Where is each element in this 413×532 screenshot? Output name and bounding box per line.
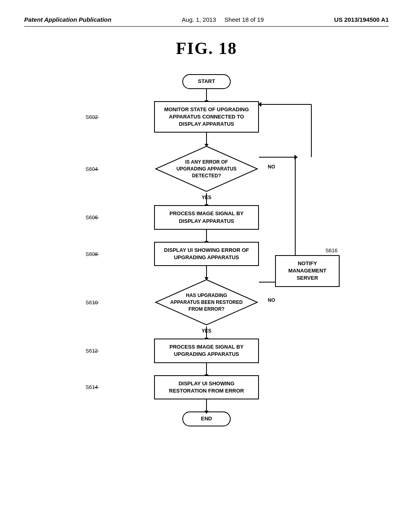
s602-text: MONITOR STATE OF UPGRADINGAPPARATUS CONN… [164, 106, 249, 127]
s612-dash: — [94, 348, 99, 354]
page: Patent Application Publication Aug. 1, 2… [0, 0, 413, 532]
figure-title: FIG. 18 [24, 39, 389, 58]
s604-text: IS ANY ERROR OFUPGRADING APPARATUSDETECT… [176, 159, 236, 179]
start-shape: START [182, 74, 231, 89]
s614-row: S614 — DISPLAY UI SHOWINGRESTORATION FRO… [69, 375, 344, 399]
s616-section: S616 NOTIFY MANAGEMENTSERVER [275, 247, 340, 287]
patent-number: US 2013/194500 A1 [334, 16, 389, 23]
arrow-s606-s608 [69, 230, 344, 242]
s606-box: PROCESS IMAGE SIGNAL BYDISPLAY APPARATUS [154, 205, 259, 229]
s608-text: DISPLAY UI SHOWING ERROR OFUPGRADING APP… [164, 247, 249, 260]
sheet-number: Sheet 18 of 19 [225, 16, 264, 23]
s604-row: S604 — IS ANY ERROR OFUPGRADING APPARATU… [69, 145, 344, 193]
publication-title: Patent Application Publication [24, 16, 111, 23]
s604-diamond-wrap: IS ANY ERROR OFUPGRADING APPARATUSDETECT… [154, 145, 259, 193]
s606-text: PROCESS IMAGE SIGNAL BYDISPLAY APPARATUS [169, 210, 244, 224]
s612-text: PROCESS IMAGE SIGNAL BYUPGRADING APPARAT… [169, 344, 244, 357]
s602-dash: — [94, 114, 99, 120]
s604-no-label: NO [268, 164, 275, 170]
arrow-start-s602 [206, 89, 207, 101]
s606-row: S606 — PROCESS IMAGE SIGNAL BYDISPLAY AP… [69, 205, 344, 229]
arrow-s604-s606 [69, 193, 344, 205]
start-label: START [198, 78, 215, 84]
page-header: Patent Application Publication Aug. 1, 2… [24, 16, 389, 27]
start-section: START [69, 74, 344, 101]
s602-row: S602 — MONITOR STATE OF UPGRADINGAPPARAT… [69, 101, 344, 133]
s608-dash: — [94, 251, 99, 257]
s614-text: DISPLAY UI SHOWINGRESTORATION FROM ERROR [169, 380, 244, 394]
s608-box: DISPLAY UI SHOWING ERROR OFUPGRADING APP… [154, 242, 259, 266]
s614-dash: — [94, 384, 99, 390]
s616-text: NOTIFY MANAGEMENTSERVER [288, 260, 327, 281]
end-label: END [201, 416, 212, 422]
s610-no-label: NO [268, 297, 275, 303]
s612-row: S612 — PROCESS IMAGE SIGNAL BYUPGRADING … [69, 339, 344, 363]
s610-text: HAS UPGRADINGAPPARATUS BEEN RESTOREDFROM… [170, 292, 242, 312]
s616-id-label: S616 [325, 247, 338, 254]
publication-date: Aug. 1, 2013 [182, 16, 216, 23]
header-date-sheet: Aug. 1, 2013 Sheet 18 of 19 [182, 16, 264, 23]
flowchart: START S602 — MONITOR STATE OF UPGRADINGA… [69, 74, 344, 426]
s606-dash: — [94, 214, 99, 220]
s610-diamond-wrap: HAS UPGRADINGAPPARATUS BEEN RESTOREDFROM… [154, 278, 259, 326]
s616-box: NOTIFY MANAGEMENTSERVER [275, 255, 340, 287]
s604-dash: — [94, 166, 99, 172]
s612-box: PROCESS IMAGE SIGNAL BYUPGRADING APPARAT… [154, 339, 259, 363]
s602-box: MONITOR STATE OF UPGRADINGAPPARATUS CONN… [154, 101, 259, 133]
arrow-s602-s604 [69, 133, 344, 145]
s614-box: DISPLAY UI SHOWINGRESTORATION FROM ERROR [154, 375, 259, 399]
s610-dash: — [94, 299, 99, 305]
arrow-s610-s612 [69, 326, 344, 339]
arrow-s614-end [69, 399, 344, 411]
arrow-s612-s614 [69, 363, 344, 375]
